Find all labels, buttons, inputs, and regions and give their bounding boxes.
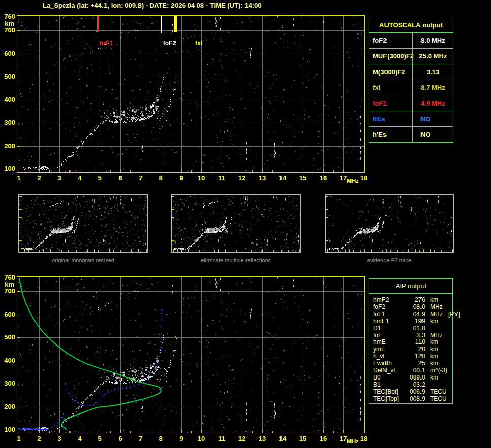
autoscala-param-label: M(3000)F2 [369,64,412,80]
autoscala-param-label: h'Es [369,127,412,142]
aip-cell: m^(-3) [425,367,448,374]
x-tick-label: 15 [298,174,308,182]
aip-cell: TEC[Top] [373,396,404,403]
aip-cell [448,353,450,360]
autoscala-param-label: ftEs [369,111,412,126]
aip-cell: DelN_vE [373,367,404,374]
aip-row-foe: foE3.3MHz [373,332,450,339]
x-tick-label: 9 [176,435,186,442]
station-date-title: La_Spezia (lat: +44.1, lon: 009.8) - DAT… [43,2,261,9]
aip-cell [448,396,450,403]
y-tick-label: 200 [0,142,15,150]
x-axis-unit-label: MHz [347,438,359,444]
aip-cell: [PY] [448,311,461,318]
autoscala-row-ftes: ftEsNO [369,111,453,126]
aip-cell: TECU [425,396,448,403]
aip-cell: TEC[Bot] [373,389,404,396]
thumbnail-original-canvas [19,195,147,252]
x-tick-label: 12 [237,435,247,442]
autoscala-param-value: 8.0 MHz [412,33,453,48]
x-tick-label: 6 [115,435,125,442]
fof2-marker-label: foF2 [161,40,176,47]
aip-cell: km [425,346,448,353]
autoscala-param-label: fxI [369,80,412,95]
y-tick-label: 300 [0,380,15,387]
y-tick-label: 500 [0,333,15,341]
y-tick-label: 600 [0,311,15,318]
y-axis-unit-label: km [0,281,14,288]
aip-row-d1: D101.0 [373,325,450,332]
thumbnail-eliminate-canvas [172,195,300,252]
x-tick-label: 8 [156,435,166,442]
aip-row-ewidth: Ewidth25km [373,360,450,367]
autoscala-param-label: foF1 [369,95,412,111]
aip-row-delnve: DelN_vE00.1m^(-3) [373,367,450,374]
y-tick-label: 200 [0,403,15,410]
aip-cell: 03.2 [404,382,425,389]
aip-cell: 08.0 [404,304,425,311]
x-tick-label: 12 [237,174,247,182]
aip-cell [448,297,450,304]
aip-cell: MHz [425,304,448,311]
aip-cell: 089.0 [404,374,425,382]
x-tick-label: 18 [359,174,369,182]
x-tick-label: 10 [196,435,206,442]
top-ionogram-plot: foF1 foF2 fxI [17,15,365,173]
aip-cell: 199 [404,318,425,325]
autoscala-param-label: foF2 [369,33,412,48]
y-tick-label: 760 [0,273,15,281]
x-tick-label: 7 [135,435,146,442]
x-tick-label: 14 [277,174,288,182]
aip-cell: hmF2 [373,297,404,304]
x-tick-label: 18 [359,435,369,442]
aip-cell: MHz [425,311,448,318]
autoscala-row-muf3000f2: MUF(3000)F225.0 MHz [369,48,453,64]
aip-cell [448,318,450,325]
aip-cell: km [425,318,448,325]
thumbnail-caption-original: original ionogram resized [18,257,148,263]
autoscala-param-value: 25.0 MHz [412,49,453,64]
thumbnail-eliminate-reflections [171,194,301,253]
thumbnail-caption-eliminate: eliminate multiple reflections [171,257,301,263]
aip-cell: h_vE [373,353,404,360]
aip-row-tectop: TEC[Top]008.9TECU [373,396,450,403]
aip-cell: km [425,360,448,367]
aip-cell: ymE [373,346,404,353]
aip-cell: km [425,339,448,346]
x-tick-label: 10 [196,174,206,182]
y-tick-label: 400 [0,96,15,104]
autoscala-window: La_Spezia (lat: +44.1, lon: 009.8) - DAT… [0,0,491,448]
autoscala-param-value: 8.7 MHz [412,80,453,95]
aip-row-hmf2: hmF2276km [373,297,450,304]
x-tick-label: 4 [75,435,85,442]
y-tick-label: 700 [0,287,15,295]
aip-cell: D1 [373,325,404,332]
aip-row-hme: hmE110km [373,339,450,346]
y-tick-label: 760 [0,13,15,20]
aip-cell: B1 [373,382,404,389]
aip-row-hve: h_vE120km [373,353,450,360]
x-tick-label: 3 [54,435,64,442]
aip-row-yme: ymE20km [373,346,450,353]
x-tick-label: 5 [95,435,105,442]
y-tick-label: 100 [0,165,15,173]
aip-cell: Ewidth [373,360,404,367]
aip-cell: km [425,297,448,304]
thumbnail-original-ionogram [18,194,148,253]
x-tick-label: 4 [75,174,85,182]
x-tick-label: 16 [318,435,328,442]
x-tick-label: 13 [257,174,267,182]
x-tick-label: 13 [257,435,267,442]
aip-cell: 008.9 [404,396,425,403]
aip-cell: 006.9 [404,389,425,396]
x-tick-label: 2 [34,435,44,442]
autoscala-row-hes: h'EsNO [369,126,453,142]
aip-table-header: AIP output [369,279,452,294]
aip-cell [448,374,450,382]
x-tick-label: 1 [14,174,24,182]
autoscala-param-value: 4.9 MHz [412,95,453,111]
y-tick-label: 300 [0,119,15,126]
autoscala-row-fof1: foF14.9 MHz [369,95,453,111]
aip-cell [448,360,450,367]
y-axis-unit-label: km [0,20,14,27]
